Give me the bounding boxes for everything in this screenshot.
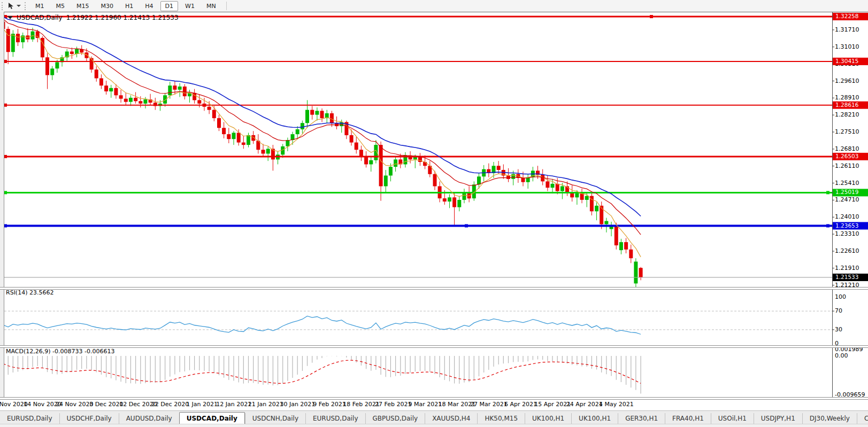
svg-text:1.26110: 1.26110 <box>835 162 859 169</box>
timeframe-toolbar: M1M5M15M30H1H4D1W1MN <box>29 0 222 12</box>
svg-text:1.21533: 1.21533 <box>835 274 858 280</box>
timeframe-button-D1[interactable]: D1 <box>160 1 178 11</box>
svg-text:1.21910: 1.21910 <box>835 265 859 271</box>
chart-tab-USOil-H1[interactable]: USOil,H1 <box>711 413 754 424</box>
svg-text:1.29610: 1.29610 <box>835 77 859 84</box>
toolbar-grip-2[interactable] <box>25 2 27 10</box>
chart-tab-EURUSD-Daily[interactable]: EURUSD,Daily <box>0 413 59 424</box>
svg-text:1.28910: 1.28910 <box>835 94 859 101</box>
svg-text:1.30415: 1.30415 <box>835 58 858 64</box>
svg-text:1.26503: 1.26503 <box>835 153 858 159</box>
time-axis: 5 Nov 202014 Nov 202024 Nov 20203 Dec 20… <box>0 400 868 410</box>
svg-text:30: 30 <box>835 326 842 333</box>
chart-dropdown-icon[interactable] <box>7 16 13 19</box>
chart-symbol-label: USDCAD,Daily <box>17 14 63 21</box>
svg-text:1.22610: 1.22610 <box>835 247 859 254</box>
chart-tab-AUDUSD-Daily[interactable]: AUDUSD,Daily <box>119 413 179 424</box>
chart-window: 1.317101.310101.303101.296101.289101.282… <box>0 12 868 410</box>
date-label: 12 Jan 2021 <box>216 401 251 408</box>
chart-canvas[interactable]: 1.317101.310101.303101.296101.289101.282… <box>0 12 868 398</box>
date-label: 4 May 2021 <box>599 401 634 408</box>
svg-text:1.32258: 1.32258 <box>835 13 858 19</box>
toolbar-grip[interactable] <box>2 2 4 10</box>
svg-text:1.25019: 1.25019 <box>835 189 858 195</box>
date-label: 18 Feb 2021 <box>343 401 379 408</box>
panel-divider-macd[interactable] <box>0 345 868 348</box>
timeframe-button-H4[interactable]: H4 <box>140 1 158 11</box>
cursor-arrow-icon <box>7 2 15 10</box>
chart-tab-USDJPY-H1[interactable]: USDJPY,H1 <box>754 413 802 424</box>
svg-text:1.25410: 1.25410 <box>835 180 859 187</box>
toolbar: M1M5M15M30H1H4D1W1MN <box>0 0 868 12</box>
chart-tab-USDCAD-Daily[interactable]: USDCAD,Daily <box>179 412 245 424</box>
svg-text:0.00: 0.00 <box>835 352 848 359</box>
svg-text:1.28210: 1.28210 <box>835 111 859 118</box>
date-label: 15 Apr 2021 <box>534 401 571 408</box>
date-label: 24 Nov 2020 <box>56 401 93 408</box>
timeframe-button-M30[interactable]: M30 <box>96 1 119 11</box>
date-label: 27 Mar 2021 <box>470 401 508 408</box>
panel-divider-rsi[interactable] <box>0 287 868 290</box>
svg-text:1.24710: 1.24710 <box>835 196 859 203</box>
svg-text:1.27510: 1.27510 <box>835 128 859 135</box>
timeframe-button-M15[interactable]: M15 <box>72 1 94 11</box>
date-label: 30 Jan 2021 <box>280 401 315 408</box>
svg-text:100: 100 <box>835 293 846 300</box>
chart-title: USDCAD,Daily 1.21922 1.21960 1.21413 1.2… <box>7 14 179 21</box>
macd-label: MACD(12,26,9) -0.008733 -0.006613 <box>6 348 114 355</box>
date-label: 22 Dec 2020 <box>151 401 189 408</box>
svg-text:1.24010: 1.24010 <box>835 213 859 220</box>
cursor-tool-icon[interactable] <box>6 1 16 11</box>
svg-text:1.31010: 1.31010 <box>835 43 859 50</box>
date-label: 6 Apr 2021 <box>504 401 537 408</box>
timeframe-button-MN[interactable]: MN <box>202 1 221 11</box>
rsi-label: RSI(14) 23.5662 <box>6 289 53 296</box>
chart-tab-UK100-H1[interactable]: UK100,H1 <box>525 413 571 424</box>
date-label: 24 Apr 2021 <box>566 401 603 408</box>
date-label: 27 Feb 2021 <box>375 401 411 408</box>
mt4-window: M1M5M15M30H1H4D1W1MN 1.317101.310101.303… <box>0 0 868 427</box>
chart-tab-XAUUSD-H4[interactable]: XAUUSD,H4 <box>425 413 477 424</box>
chart-tab-UK100-H1[interactable]: UK100,H1 <box>571 413 618 424</box>
chart-ohlc-values: 1.21922 1.21960 1.21413 1.21533 <box>66 14 179 21</box>
chart-tab-GER30-H1[interactable]: GER30,H1 <box>618 413 665 424</box>
chart-tabs-bar: EURUSD,DailyUSDCHF,DailyAUDUSD,DailyUSDC… <box>0 410 868 424</box>
chart-tab-CHINA300-H1[interactable]: CHINA300,H1 <box>857 413 868 424</box>
date-label: 9 Mar 2021 <box>408 401 442 408</box>
chart-tab-FRA40-H1[interactable]: FRA40,H1 <box>665 413 711 424</box>
timeframe-button-M5[interactable]: M5 <box>51 1 70 11</box>
timeframe-button-M1[interactable]: M1 <box>30 1 49 11</box>
timeframe-button-W1[interactable]: W1 <box>180 1 199 11</box>
cursor-tool-dropdown-icon[interactable] <box>17 5 21 7</box>
svg-text:1.26810: 1.26810 <box>835 145 859 152</box>
svg-text:1.31710: 1.31710 <box>835 26 859 33</box>
date-label: 21 Jan 2021 <box>248 401 283 408</box>
date-label: 9 Feb 2021 <box>313 401 345 408</box>
chart-tab-USDCHF-Daily[interactable]: USDCHF,Daily <box>59 413 119 424</box>
toolbar-separator <box>226 2 227 10</box>
chart-tab-EURUSD-Daily[interactable]: EURUSD,Daily <box>305 413 365 424</box>
chart-tab-DJ30-Weekly[interactable]: DJ30,Weekly <box>802 413 857 424</box>
chart-tab-GBPUSD-Daily[interactable]: GBPUSD,Daily <box>365 413 425 424</box>
chart-tab-USDCNH-Daily[interactable]: USDCNH,Daily <box>245 413 305 424</box>
timeframe-button-H1[interactable]: H1 <box>120 1 138 11</box>
svg-text:1.28616: 1.28616 <box>835 102 859 108</box>
date-label: 3 Dec 2020 <box>89 401 123 408</box>
chart-tab-HK50-M15[interactable]: HK50,M15 <box>477 413 525 424</box>
date-label: 1 Jan 2021 <box>186 401 218 408</box>
svg-text:1.23310: 1.23310 <box>835 230 859 237</box>
status-bar <box>0 424 868 427</box>
svg-text:70: 70 <box>835 307 842 314</box>
svg-text:1.23653: 1.23653 <box>835 222 858 229</box>
